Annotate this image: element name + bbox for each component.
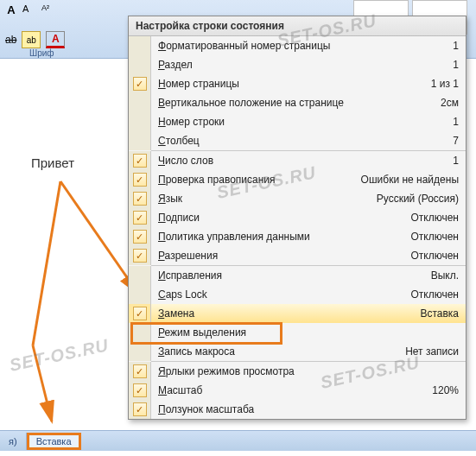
menu-item-gutter: ✓ <box>129 362 151 381</box>
strike-icon[interactable]: ab <box>5 34 16 46</box>
font-grow-icon[interactable]: A <box>22 3 38 19</box>
menu-item-gutter <box>129 342 151 361</box>
menu-item-label: Язык <box>151 193 182 205</box>
menu-title: Настройка строки состояния <box>129 16 466 36</box>
menu-item-label: Проверка правописания <box>151 174 276 186</box>
menu-item-label: Вертикальное положение на странице <box>151 97 344 109</box>
menu-item[interactable]: ✓ЗаменаВставка <box>129 304 466 323</box>
menu-item[interactable]: Caps LockОтключен <box>129 285 466 304</box>
menu-item-label: Число слов <box>151 155 213 167</box>
menu-item-label: Подписи <box>151 212 200 224</box>
menu-item-label: Запись макроса <box>151 345 235 358</box>
menu-item-value: 2см <box>441 97 466 109</box>
check-icon: ✓ <box>133 211 147 225</box>
menu-item-value: 120% <box>432 384 466 396</box>
menu-item[interactable]: ✓Масштаб120% <box>129 381 466 400</box>
check-icon: ✓ <box>133 364 147 378</box>
menu-item[interactable]: ✓ЯзыкРусский (Россия) <box>129 189 466 208</box>
menu-item-value: Ошибки не найдены <box>361 174 466 186</box>
menu-item-label: Разрешения <box>151 250 218 262</box>
menu-item-gutter: ✓ <box>129 400 151 419</box>
ribbon-second-row: ab ab A <box>5 31 65 48</box>
font-group-label: Шриф <box>29 48 54 58</box>
bold-icon[interactable]: A <box>3 3 19 19</box>
check-icon: ✓ <box>133 307 147 320</box>
menu-item-label: Масштаб <box>151 384 202 396</box>
menu-item-value: 1 <box>453 59 466 71</box>
menu-item-value: Выкл. <box>431 269 466 282</box>
menu-item-gutter: ✓ <box>129 304 151 323</box>
menu-item-value: Вставка <box>420 307 466 320</box>
menu-item-gutter: ✓ <box>129 151 151 170</box>
menu-item[interactable]: ✓Номер страницы1 из 1 <box>129 74 466 93</box>
check-icon: ✓ <box>133 192 147 206</box>
menu-item[interactable]: ✓РазрешенияОтключен <box>129 246 466 265</box>
menu-item-gutter: ✓ <box>129 227 151 246</box>
menu-item-gutter <box>129 36 151 55</box>
menu-item-value: Нет записи <box>405 345 466 358</box>
status-insert-mode[interactable]: Вставка <box>27 433 81 450</box>
statusbar-config-menu: Настройка строки состояния Форматированн… <box>128 16 466 420</box>
menu-item[interactable]: ✓Политика управления даннымиОтключен <box>129 227 466 246</box>
menu-item-label: Номер страницы <box>151 78 239 90</box>
check-icon: ✓ <box>133 402 147 416</box>
menu-item-label: Режим выделения <box>151 326 246 339</box>
menu-body: Форматированный номер страницы1Раздел1✓Н… <box>129 36 466 419</box>
menu-item[interactable]: Номер строки1 <box>129 112 466 131</box>
check-icon: ✓ <box>133 249 147 263</box>
menu-item[interactable]: ✓Ярлыки режимов просмотра <box>129 362 466 381</box>
check-icon: ✓ <box>133 173 147 187</box>
menu-item[interactable]: Запись макросаНет записи <box>129 342 466 361</box>
menu-item-label: Замена <box>151 307 194 320</box>
menu-item-value: 1 <box>453 155 466 167</box>
menu-item-label: Столбец <box>151 135 200 147</box>
menu-item-label: Политика управления данными <box>151 231 310 243</box>
menu-item-label: Форматированный номер страницы <box>151 40 330 52</box>
font-color-button[interactable]: A <box>46 31 65 48</box>
menu-item-value: Отключен <box>410 288 466 301</box>
menu-item-value: 1 из 1 <box>431 78 466 90</box>
menu-item-value: Отключен <box>410 212 466 224</box>
menu-item[interactable]: ✓Проверка правописанияОшибки не найдены <box>129 170 466 189</box>
menu-item-gutter <box>129 285 151 304</box>
menu-item[interactable]: ✓ПодписиОтключен <box>129 208 466 227</box>
menu-item-gutter: ✓ <box>129 74 151 93</box>
menu-item[interactable]: Столбец7 <box>129 131 466 150</box>
menu-item-label: Caps Lock <box>151 288 207 301</box>
ribbon-top-icons: A A A² <box>3 3 57 19</box>
menu-item-gutter: ✓ <box>129 208 151 227</box>
menu-item-gutter: ✓ <box>129 189 151 208</box>
menu-item-gutter <box>129 55 151 74</box>
menu-item-value: Отключен <box>410 250 466 262</box>
menu-item-value: Русский (Россия) <box>377 193 466 205</box>
menu-item[interactable]: Режим выделения <box>129 323 466 342</box>
menu-item-value: 1 <box>453 40 466 52</box>
highlight-button[interactable]: ab <box>22 31 41 48</box>
menu-item-gutter <box>129 112 151 131</box>
status-bar: я) Вставка <box>0 430 476 451</box>
menu-item[interactable]: Форматированный номер страницы1 <box>129 36 466 55</box>
superscript-icon[interactable]: A² <box>41 3 57 19</box>
menu-item-gutter <box>129 93 151 112</box>
menu-item[interactable]: Раздел1 <box>129 55 466 74</box>
menu-item[interactable]: Вертикальное положение на странице2см <box>129 93 466 112</box>
check-icon: ✓ <box>133 77 147 91</box>
check-icon: ✓ <box>133 383 147 397</box>
check-icon: ✓ <box>133 154 147 168</box>
status-language[interactable]: я) <box>0 433 27 450</box>
menu-item-gutter: ✓ <box>129 246 151 265</box>
menu-item[interactable]: ✓Число слов1 <box>129 151 466 170</box>
menu-item[interactable]: ✓Ползунок масштаба <box>129 400 466 419</box>
menu-item-value: 1 <box>453 116 466 128</box>
menu-item-label: Раздел <box>151 59 193 71</box>
menu-item-label: Ползунок масштаба <box>151 403 254 415</box>
menu-item-label: Ярлыки режимов просмотра <box>151 365 295 377</box>
document-text: Привет <box>31 155 74 170</box>
menu-item-gutter <box>129 323 151 342</box>
menu-item-label: Номер строки <box>151 116 225 128</box>
menu-item-gutter: ✓ <box>129 381 151 400</box>
check-icon: ✓ <box>133 230 147 244</box>
menu-item-gutter <box>129 131 151 150</box>
menu-item-value: Отключен <box>410 231 466 243</box>
menu-item[interactable]: ИсправленияВыкл. <box>129 266 466 285</box>
